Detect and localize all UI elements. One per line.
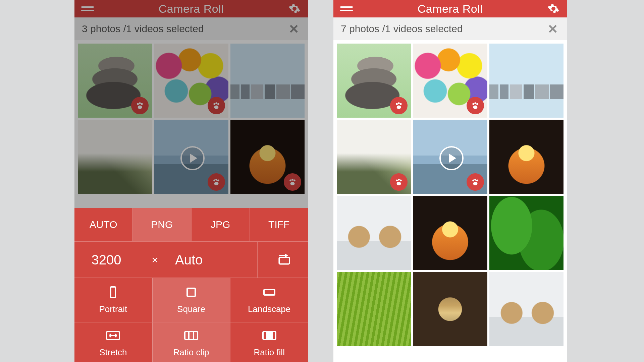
swap-orientation-icon[interactable]: [257, 242, 308, 278]
svg-point-0: [137, 103, 139, 105]
landscape-icon: [261, 286, 278, 301]
selected-badge-icon[interactable]: [390, 173, 408, 191]
selected-badge-icon[interactable]: [467, 173, 484, 191]
svg-point-9: [215, 179, 217, 181]
selected-badge-icon[interactable]: [208, 173, 225, 191]
format-option-tiff[interactable]: TIFF: [250, 208, 308, 241]
svg-point-32: [476, 103, 478, 105]
svg-point-40: [476, 179, 478, 181]
photo-thumbnail[interactable]: [489, 120, 564, 194]
svg-point-8: [213, 179, 215, 181]
svg-point-12: [289, 179, 291, 181]
svg-point-37: [397, 182, 401, 185]
export-sheet: AUTOPNGJPGTIFF 3200 × Auto PortraitSquar…: [74, 208, 308, 362]
orientation-label: Square: [177, 304, 205, 314]
width-value[interactable]: 3200: [74, 242, 138, 278]
svg-rect-17: [111, 287, 115, 298]
fit-label: Ratio clip: [173, 347, 209, 358]
svg-rect-18: [187, 288, 195, 296]
phone-left: Camera Roll 3 photos /1 videos selected …: [74, 0, 308, 362]
photo-grid: [74, 40, 308, 194]
size-row: 3200 × Auto: [74, 241, 308, 278]
format-option-auto[interactable]: AUTO: [74, 208, 132, 241]
play-icon[interactable]: [180, 146, 205, 170]
photo-thumbnail[interactable]: [230, 44, 305, 118]
photo-thumbnail[interactable]: [413, 272, 487, 346]
svg-point-2: [141, 103, 143, 105]
svg-point-3: [138, 106, 142, 109]
photo-thumbnail[interactable]: [337, 272, 411, 346]
app-title: Camera Roll: [159, 2, 224, 15]
app-title: Camera Roll: [418, 2, 483, 15]
photo-thumbnail[interactable]: [154, 44, 228, 118]
svg-point-31: [474, 103, 476, 105]
svg-point-6: [217, 103, 219, 105]
photo-thumbnail[interactable]: [489, 196, 564, 270]
play-icon[interactable]: [439, 146, 464, 170]
svg-point-28: [400, 103, 402, 105]
close-icon[interactable]: [287, 22, 301, 36]
orientation-option-portrait[interactable]: Portrait: [74, 278, 152, 322]
ratiofill-icon: [261, 329, 278, 345]
svg-point-1: [139, 103, 141, 105]
svg-point-5: [215, 103, 217, 105]
photo-thumbnail[interactable]: [337, 120, 411, 194]
photo-thumbnail[interactable]: [489, 272, 564, 346]
svg-point-41: [473, 182, 477, 185]
photo-thumbnail[interactable]: [489, 44, 564, 118]
photo-thumbnail[interactable]: [413, 44, 487, 118]
ratioclip-icon: [183, 329, 200, 345]
format-row: AUTOPNGJPGTIFF: [74, 208, 308, 241]
orientation-label: Portrait: [99, 304, 127, 314]
photo-thumbnail[interactable]: [413, 120, 487, 194]
orientation-option-square[interactable]: Square: [152, 278, 230, 322]
svg-point-27: [398, 103, 400, 105]
multiply-icon: ×: [138, 242, 172, 278]
svg-rect-19: [264, 290, 275, 295]
selection-text: 3 photos /1 videos selected: [82, 23, 204, 35]
svg-rect-25: [267, 331, 272, 340]
photo-thumbnail[interactable]: [337, 44, 411, 118]
svg-point-39: [474, 179, 476, 181]
photo-thumbnail[interactable]: [230, 120, 305, 194]
photo-thumbnail[interactable]: [78, 120, 152, 194]
fit-row: StretchRatio clipRatio fill: [74, 322, 308, 362]
svg-point-10: [217, 179, 219, 181]
svg-point-30: [472, 103, 474, 105]
menu-icon[interactable]: [81, 2, 95, 15]
orientation-label: Landscape: [248, 304, 290, 314]
svg-point-35: [398, 179, 400, 181]
settings-icon[interactable]: [547, 2, 560, 15]
orientation-option-landscape[interactable]: Landscape: [230, 278, 308, 322]
close-icon[interactable]: [546, 22, 559, 36]
orientation-row: PortraitSquareLandscape: [74, 278, 308, 322]
svg-point-13: [291, 179, 293, 181]
app-bar: Camera Roll: [333, 0, 567, 17]
settings-icon[interactable]: [288, 2, 301, 15]
photo-thumbnail[interactable]: [154, 120, 228, 194]
fit-option-ratiofill[interactable]: Ratio fill: [230, 322, 308, 362]
portrait-icon: [105, 286, 121, 301]
height-value[interactable]: Auto: [172, 242, 257, 278]
selection-bar: 7 photos /1 videos selected: [333, 17, 567, 40]
fit-label: Ratio fill: [254, 347, 284, 358]
selected-badge-icon[interactable]: [208, 97, 225, 114]
selected-badge-icon[interactable]: [284, 173, 301, 191]
svg-point-36: [400, 179, 402, 181]
menu-icon[interactable]: [340, 2, 354, 15]
square-icon: [183, 286, 200, 301]
svg-rect-21: [185, 331, 198, 340]
svg-point-15: [290, 182, 295, 185]
photo-thumbnail[interactable]: [413, 196, 487, 270]
format-option-jpg[interactable]: JPG: [191, 208, 250, 241]
format-option-png[interactable]: PNG: [132, 208, 191, 241]
selected-badge-icon[interactable]: [467, 97, 484, 114]
svg-point-33: [473, 106, 477, 109]
selection-bar: 3 photos /1 videos selected: [74, 17, 308, 40]
fit-option-stretch[interactable]: Stretch: [74, 322, 152, 362]
svg-point-38: [472, 179, 474, 181]
svg-point-4: [213, 103, 215, 105]
photo-thumbnail[interactable]: [78, 44, 152, 118]
photo-thumbnail[interactable]: [337, 196, 411, 270]
fit-option-ratioclip[interactable]: Ratio clip: [152, 322, 230, 362]
